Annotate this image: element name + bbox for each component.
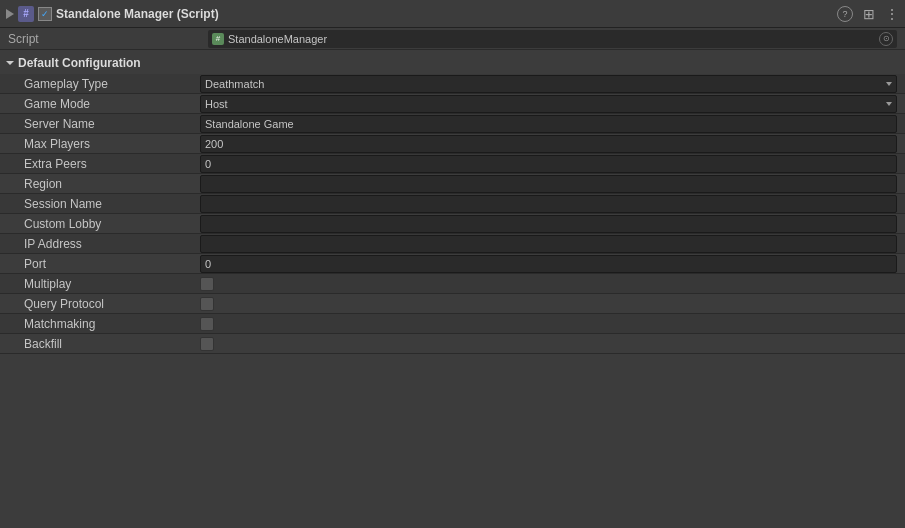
dropdown-arrow-icon	[886, 82, 892, 86]
field-label: Port	[24, 257, 200, 271]
text-input-custom-lobby[interactable]	[200, 215, 897, 233]
field-row: Query Protocol	[0, 294, 905, 314]
field-value[interactable]	[200, 195, 897, 213]
more-options-icon[interactable]: ⋮	[885, 6, 899, 22]
field-value[interactable]: 200	[200, 135, 897, 153]
text-input-ip-address[interactable]	[200, 235, 897, 253]
number-input-max-players[interactable]: 200	[200, 135, 897, 153]
field-label: Game Mode	[24, 97, 200, 111]
window-title: Standalone Manager (Script)	[56, 7, 219, 21]
field-value[interactable]: 0	[200, 155, 897, 173]
help-icon[interactable]: ?	[837, 6, 853, 22]
target-icon[interactable]: ⊙	[879, 32, 893, 46]
section-title: Default Configuration	[18, 56, 141, 70]
field-row: Port0	[0, 254, 905, 274]
field-row: Multiplay	[0, 274, 905, 294]
field-value[interactable]	[200, 235, 897, 253]
field-value	[200, 317, 897, 331]
text-input-region[interactable]	[200, 175, 897, 193]
field-label: Matchmaking	[24, 317, 200, 331]
field-row: Server Name	[0, 114, 905, 134]
section-header[interactable]: Default Configuration	[0, 52, 905, 74]
field-value[interactable]: Deathmatch	[200, 75, 897, 93]
script-name-text: StandaloneManager	[228, 33, 327, 45]
field-row: Extra Peers0	[0, 154, 905, 174]
title-bar-left: # ✓ Standalone Manager (Script)	[6, 6, 837, 22]
field-value	[200, 337, 897, 351]
dropdown-text: Host	[205, 98, 886, 110]
field-row: Max Players200	[0, 134, 905, 154]
fields-container: Gameplay TypeDeathmatchGame ModeHostServ…	[0, 74, 905, 354]
field-label: Query Protocol	[24, 297, 200, 311]
field-label: Extra Peers	[24, 157, 200, 171]
dropdown-arrow-icon	[886, 102, 892, 106]
field-row: Backfill	[0, 334, 905, 354]
checkbox-multiplay[interactable]	[200, 277, 214, 291]
field-value	[200, 297, 897, 311]
field-value[interactable]	[200, 115, 897, 133]
number-input-port[interactable]: 0	[200, 255, 897, 273]
field-row: Matchmaking	[0, 314, 905, 334]
script-file-icon: #	[212, 33, 224, 45]
field-value[interactable]	[200, 175, 897, 193]
field-row: Gameplay TypeDeathmatch	[0, 74, 905, 94]
script-label: Script	[8, 32, 208, 46]
field-value[interactable]: 0	[200, 255, 897, 273]
text-input-server-name[interactable]	[200, 115, 897, 133]
field-label: Max Players	[24, 137, 200, 151]
field-label: Multiplay	[24, 277, 200, 291]
title-bar-right: ? ⊞ ⋮	[837, 6, 899, 22]
layout-icon[interactable]: ⊞	[863, 6, 875, 22]
field-value[interactable]: Host	[200, 95, 897, 113]
dropdown-game-mode[interactable]: Host	[200, 95, 897, 113]
field-row: IP Address	[0, 234, 905, 254]
field-row: Custom Lobby	[0, 214, 905, 234]
content-area: Default Configuration Gameplay TypeDeath…	[0, 50, 905, 356]
checkbox-query-protocol[interactable]	[200, 297, 214, 311]
section-arrow-icon	[6, 61, 14, 65]
component-icon: #	[18, 6, 34, 22]
enabled-checkbox[interactable]: ✓	[38, 7, 52, 21]
field-value[interactable]	[200, 215, 897, 233]
field-label: Gameplay Type	[24, 77, 200, 91]
script-value-container[interactable]: # StandaloneManager ⊙	[208, 30, 897, 48]
number-input-extra-peers[interactable]: 0	[200, 155, 897, 173]
field-row: Region	[0, 174, 905, 194]
field-label: Custom Lobby	[24, 217, 200, 231]
dropdown-text: Deathmatch	[205, 78, 886, 90]
checkbox-backfill[interactable]	[200, 337, 214, 351]
field-label: Region	[24, 177, 200, 191]
field-label: Backfill	[24, 337, 200, 351]
field-label: IP Address	[24, 237, 200, 251]
expand-icon[interactable]	[6, 9, 14, 19]
checkbox-matchmaking[interactable]	[200, 317, 214, 331]
field-row: Session Name	[0, 194, 905, 214]
dropdown-gameplay-type[interactable]: Deathmatch	[200, 75, 897, 93]
field-label: Session Name	[24, 197, 200, 211]
text-input-session-name[interactable]	[200, 195, 897, 213]
title-bar: # ✓ Standalone Manager (Script) ? ⊞ ⋮	[0, 0, 905, 28]
field-row: Game ModeHost	[0, 94, 905, 114]
field-label: Server Name	[24, 117, 200, 131]
script-row: Script # StandaloneManager ⊙	[0, 28, 905, 50]
field-value	[200, 277, 897, 291]
